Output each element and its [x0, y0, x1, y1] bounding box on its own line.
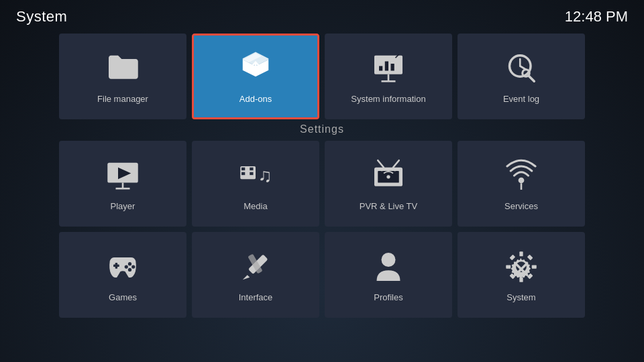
tile-system-label: System [506, 292, 535, 302]
svg-line-10 [529, 75, 535, 81]
tile-profiles[interactable]: Profiles [325, 232, 452, 318]
media-icon: ♫ [237, 157, 274, 194]
tile-pvr-live-tv-label: PVR & Live TV [360, 201, 417, 211]
svg-point-34 [125, 265, 128, 268]
clock-search-icon [502, 50, 540, 87]
svg-rect-41 [519, 251, 523, 256]
tile-file-manager-label: File manager [97, 94, 148, 104]
main-content: File manager Add-ons [0, 34, 644, 318]
tile-services-label: Services [504, 201, 538, 211]
tile-player-label: Player [111, 201, 136, 211]
tile-system[interactable]: System [458, 232, 585, 318]
settings-label: Settings [47, 123, 597, 135]
svg-rect-48 [527, 273, 533, 279]
tile-media[interactable]: ♫ Media [192, 141, 319, 227]
monitor-play-icon [104, 157, 142, 194]
tile-event-log-label: Event log [503, 94, 539, 104]
svg-point-38 [382, 253, 396, 267]
svg-rect-44 [532, 265, 537, 268]
tile-interface[interactable]: Interface [192, 232, 319, 318]
tile-media-label: Media [244, 201, 267, 211]
svg-text:♫: ♫ [258, 164, 272, 185]
gear-icon [502, 248, 540, 286]
svg-rect-20 [250, 172, 253, 174]
svg-rect-4 [385, 61, 388, 70]
tile-add-ons[interactable]: Add-ons [192, 34, 319, 119]
grid-row-1: Player ♫ Media [47, 141, 597, 227]
grid-row-2: Games Interface [47, 232, 597, 318]
svg-point-33 [128, 267, 131, 271]
svg-rect-5 [391, 64, 394, 71]
svg-marker-36 [243, 275, 250, 280]
podcast-icon [502, 157, 540, 194]
top-bar: System 12:48 PM [0, 0, 644, 34]
settings-section: Settings [47, 123, 597, 135]
bottom-grid: Player ♫ Media [47, 141, 597, 318]
svg-rect-45 [510, 254, 516, 260]
tile-system-information[interactable]: System information [325, 34, 452, 119]
svg-point-31 [128, 262, 131, 265]
svg-point-27 [519, 177, 525, 183]
tile-player[interactable]: Player [59, 141, 186, 227]
svg-line-24 [393, 160, 399, 168]
svg-rect-46 [527, 254, 533, 260]
svg-rect-42 [519, 277, 523, 282]
tile-profiles-label: Profiles [374, 292, 402, 302]
svg-rect-17 [241, 167, 245, 170]
svg-point-32 [131, 265, 135, 268]
pencil-icon [237, 248, 274, 286]
box-icon [237, 50, 274, 87]
top-row: File manager Add-ons [47, 34, 597, 119]
clock: 12:48 PM [565, 8, 628, 25]
tv-icon [370, 157, 407, 194]
gamepad-icon [104, 248, 142, 286]
tile-event-log[interactable]: Event log [458, 34, 585, 119]
svg-rect-3 [379, 66, 382, 70]
tile-games[interactable]: Games [59, 232, 186, 318]
tile-games-label: Games [109, 292, 137, 302]
tile-add-ons-label: Add-ons [239, 94, 272, 104]
folder-icon [104, 50, 142, 87]
svg-rect-19 [250, 167, 253, 170]
svg-rect-18 [241, 172, 245, 174]
tile-file-manager[interactable]: File manager [59, 34, 186, 119]
page-title: System [16, 8, 67, 25]
svg-rect-30 [115, 262, 118, 268]
presentation-icon [370, 50, 407, 87]
svg-rect-43 [506, 265, 511, 268]
tile-services[interactable]: Services [458, 141, 585, 227]
tile-interface-label: Interface [239, 292, 273, 302]
svg-line-23 [378, 160, 384, 168]
tile-system-information-label: System information [351, 94, 425, 104]
svg-point-26 [386, 175, 390, 178]
profile-icon [370, 248, 407, 286]
tile-pvr-live-tv[interactable]: PVR & Live TV [325, 141, 452, 227]
